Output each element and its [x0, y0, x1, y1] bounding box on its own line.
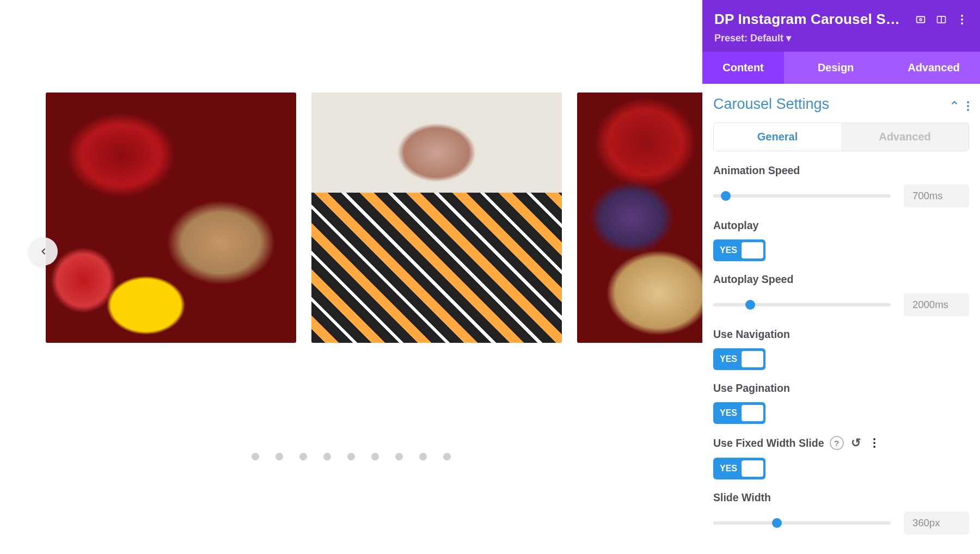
- pagination-dot[interactable]: [419, 453, 427, 460]
- settings-panel: DP Instagram Carousel Sett... Preset: De…: [702, 0, 980, 554]
- field-autoplay: Autoplay YES: [713, 219, 969, 261]
- field-use-fixed-width: Use Fixed Width Slide ? ↺ YES: [713, 436, 969, 479]
- instagram-carousel: [46, 93, 702, 343]
- pagination-dot[interactable]: [252, 453, 259, 460]
- field-slide-width: Slide Width 360px: [713, 491, 969, 534]
- use-navigation-toggle[interactable]: YES: [713, 348, 765, 370]
- tab-design[interactable]: Design: [784, 52, 887, 84]
- collapse-section-icon[interactable]: [950, 98, 959, 110]
- slider-thumb[interactable]: [745, 300, 755, 310]
- use-fixed-width-label: Use Fixed Width Slide: [713, 437, 824, 450]
- panel-title: DP Instagram Carousel Sett...: [714, 11, 906, 28]
- toggle-label: YES: [715, 245, 742, 255]
- use-navigation-label: Use Navigation: [713, 328, 790, 341]
- field-use-navigation: Use Navigation YES: [713, 328, 969, 370]
- toggle-knob: [742, 351, 763, 367]
- pagination-dot[interactable]: [275, 453, 283, 460]
- slide-width-label: Slide Width: [713, 491, 771, 504]
- animation-speed-value[interactable]: 700ms: [904, 184, 969, 207]
- use-pagination-label: Use Pagination: [713, 382, 790, 395]
- toggle-label: YES: [715, 464, 742, 473]
- autoplay-label: Autoplay: [713, 219, 758, 232]
- pagination-dot[interactable]: [371, 453, 379, 460]
- chevron-left-icon: [38, 246, 49, 257]
- autoplay-speed-slider[interactable]: [713, 303, 891, 306]
- pagination-dot[interactable]: [323, 453, 331, 460]
- toggle-knob: [742, 242, 763, 258]
- carousel-slide[interactable]: [577, 93, 702, 343]
- toggle-label: YES: [715, 408, 742, 418]
- subtab-general[interactable]: General: [714, 123, 841, 151]
- carousel-pagination: [0, 453, 702, 460]
- carousel-prev-button[interactable]: [29, 237, 58, 266]
- editor-canvas: [0, 0, 702, 554]
- tab-advanced[interactable]: Advanced: [887, 52, 980, 84]
- slide-width-value[interactable]: 360px: [904, 512, 969, 534]
- slider-thumb[interactable]: [721, 191, 731, 201]
- slide-width-slider[interactable]: [713, 521, 891, 525]
- carousel-subtabs: General Advanced: [713, 122, 969, 151]
- panel-header: DP Instagram Carousel Sett... Preset: De…: [702, 0, 980, 52]
- preset-selector[interactable]: Preset: Default ▾: [714, 32, 968, 44]
- panel-body[interactable]: Carousel Settings General Advanced Anima…: [702, 84, 980, 554]
- slider-thumb[interactable]: [772, 518, 782, 528]
- main-tabs: Content Design Advanced: [702, 52, 980, 84]
- subtab-advanced[interactable]: Advanced: [841, 123, 969, 151]
- help-icon[interactable]: ?: [830, 436, 844, 450]
- preset-value: Default: [750, 33, 783, 44]
- svg-point-1: [920, 19, 922, 21]
- field-use-pagination: Use Pagination YES: [713, 382, 969, 424]
- expand-icon[interactable]: [935, 14, 947, 26]
- more-menu-icon[interactable]: [956, 14, 968, 26]
- toggle-label: YES: [715, 354, 742, 364]
- autoplay-toggle[interactable]: YES: [713, 239, 765, 261]
- animation-speed-slider[interactable]: [713, 194, 891, 198]
- carousel-slide[interactable]: [311, 93, 562, 343]
- responsive-preview-icon[interactable]: [915, 14, 927, 26]
- svg-rect-0: [917, 16, 925, 22]
- animation-speed-label: Animation Speed: [713, 164, 800, 177]
- use-pagination-toggle[interactable]: YES: [713, 402, 765, 424]
- autoplay-speed-value[interactable]: 2000ms: [904, 293, 969, 316]
- toggle-knob: [742, 460, 763, 477]
- reset-icon[interactable]: ↺: [849, 436, 862, 450]
- toggle-knob: [742, 405, 763, 421]
- carousel-slide[interactable]: [46, 93, 296, 343]
- field-more-icon[interactable]: [868, 436, 881, 450]
- preset-label: Preset:: [714, 33, 748, 44]
- field-animation-speed: Animation Speed 700ms: [713, 164, 969, 207]
- use-fixed-width-toggle[interactable]: YES: [713, 458, 765, 479]
- pagination-dot[interactable]: [443, 453, 451, 460]
- autoplay-speed-label: Autoplay Speed: [713, 273, 793, 286]
- section-title: Carousel Settings: [713, 96, 942, 113]
- pagination-dot[interactable]: [347, 453, 355, 460]
- field-autoplay-speed: Autoplay Speed 2000ms: [713, 273, 969, 316]
- pagination-dot[interactable]: [395, 453, 403, 460]
- pagination-dot[interactable]: [299, 453, 307, 460]
- tab-content[interactable]: Content: [702, 52, 784, 84]
- section-more-icon[interactable]: [967, 99, 969, 110]
- chevron-down-icon: ▾: [786, 33, 791, 44]
